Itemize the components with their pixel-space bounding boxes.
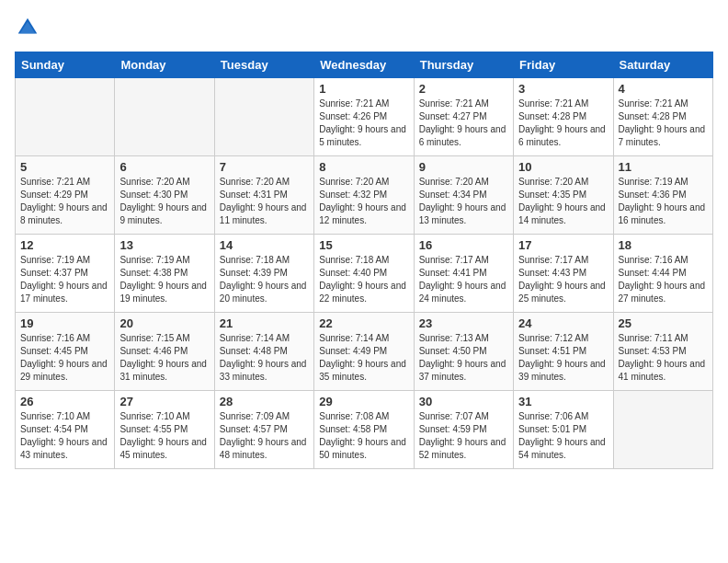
day-number: 12: [20, 238, 109, 252]
day-info: Sunrise: 7:21 AMSunset: 4:28 PMDaylight:…: [619, 98, 708, 149]
day-cell: 8Sunrise: 7:20 AMSunset: 4:32 PMDaylight…: [314, 156, 414, 235]
day-cell: 2Sunrise: 7:21 AMSunset: 4:27 PMDaylight…: [414, 78, 513, 156]
day-cell: 21Sunrise: 7:14 AMSunset: 4:48 PMDayligh…: [214, 313, 313, 391]
day-info: Sunrise: 7:18 AMSunset: 4:39 PMDaylight:…: [220, 254, 309, 305]
page-header: [15, 15, 713, 40]
col-header-thursday: Thursday: [414, 52, 513, 78]
day-cell: 29Sunrise: 7:08 AMSunset: 4:58 PMDayligh…: [314, 391, 414, 469]
day-cell: 27Sunrise: 7:10 AMSunset: 4:55 PMDayligh…: [115, 391, 214, 469]
day-cell: 16Sunrise: 7:17 AMSunset: 4:41 PMDayligh…: [414, 235, 513, 313]
day-number: 17: [518, 238, 608, 252]
day-number: 6: [119, 160, 209, 174]
day-cell: 1Sunrise: 7:21 AMSunset: 4:26 PMDaylight…: [314, 78, 414, 156]
day-cell: 30Sunrise: 7:07 AMSunset: 4:59 PMDayligh…: [414, 391, 513, 469]
day-number: 5: [20, 160, 109, 174]
day-cell: 13Sunrise: 7:19 AMSunset: 4:38 PMDayligh…: [115, 235, 214, 313]
day-info: Sunrise: 7:20 AMSunset: 4:35 PMDaylight:…: [518, 176, 608, 227]
day-info: Sunrise: 7:17 AMSunset: 4:43 PMDaylight:…: [518, 254, 608, 305]
col-header-sunday: Sunday: [16, 52, 115, 78]
day-cell: 15Sunrise: 7:18 AMSunset: 4:40 PMDayligh…: [314, 235, 414, 313]
day-number: 24: [518, 316, 608, 330]
day-cell: 5Sunrise: 7:21 AMSunset: 4:29 PMDaylight…: [16, 156, 115, 235]
day-cell: 26Sunrise: 7:10 AMSunset: 4:54 PMDayligh…: [16, 391, 115, 469]
day-info: Sunrise: 7:10 AMSunset: 4:54 PMDaylight:…: [20, 410, 109, 462]
day-cell: 24Sunrise: 7:12 AMSunset: 4:51 PMDayligh…: [514, 313, 613, 391]
day-info: Sunrise: 7:19 AMSunset: 4:38 PMDaylight:…: [119, 254, 209, 305]
day-cell: 10Sunrise: 7:20 AMSunset: 4:35 PMDayligh…: [514, 156, 613, 235]
col-header-saturday: Saturday: [613, 52, 712, 78]
day-cell: [115, 78, 214, 156]
day-info: Sunrise: 7:13 AMSunset: 4:50 PMDaylight:…: [419, 332, 508, 384]
day-number: 23: [419, 316, 508, 330]
day-cell: 9Sunrise: 7:20 AMSunset: 4:34 PMDaylight…: [414, 156, 513, 235]
day-number: 9: [419, 160, 508, 174]
day-info: Sunrise: 7:21 AMSunset: 4:28 PMDaylight:…: [518, 98, 608, 149]
day-number: 3: [518, 82, 608, 96]
day-info: Sunrise: 7:14 AMSunset: 4:49 PMDaylight:…: [319, 332, 408, 384]
day-info: Sunrise: 7:14 AMSunset: 4:48 PMDaylight:…: [220, 332, 309, 384]
day-number: 30: [419, 395, 508, 408]
day-info: Sunrise: 7:20 AMSunset: 4:32 PMDaylight:…: [319, 176, 408, 227]
day-info: Sunrise: 7:21 AMSunset: 4:29 PMDaylight:…: [20, 176, 109, 227]
day-cell: 28Sunrise: 7:09 AMSunset: 4:57 PMDayligh…: [214, 391, 313, 469]
day-number: 26: [20, 395, 109, 408]
day-cell: 23Sunrise: 7:13 AMSunset: 4:50 PMDayligh…: [414, 313, 513, 391]
day-cell: 12Sunrise: 7:19 AMSunset: 4:37 PMDayligh…: [16, 235, 115, 313]
day-info: Sunrise: 7:15 AMSunset: 4:46 PMDaylight:…: [119, 332, 209, 384]
day-number: 4: [619, 82, 708, 96]
day-cell: 20Sunrise: 7:15 AMSunset: 4:46 PMDayligh…: [115, 313, 214, 391]
day-info: Sunrise: 7:09 AMSunset: 4:57 PMDaylight:…: [220, 410, 309, 462]
day-info: Sunrise: 7:16 AMSunset: 4:45 PMDaylight:…: [20, 332, 109, 384]
day-cell: 19Sunrise: 7:16 AMSunset: 4:45 PMDayligh…: [16, 313, 115, 391]
day-cell: 18Sunrise: 7:16 AMSunset: 4:44 PMDayligh…: [613, 235, 712, 313]
day-cell: 4Sunrise: 7:21 AMSunset: 4:28 PMDaylight…: [613, 78, 712, 156]
logo: [15, 15, 44, 40]
day-cell: 11Sunrise: 7:19 AMSunset: 4:36 PMDayligh…: [613, 156, 712, 235]
day-number: 7: [220, 160, 309, 174]
day-number: 25: [619, 316, 708, 330]
day-info: Sunrise: 7:21 AMSunset: 4:27 PMDaylight:…: [419, 98, 508, 149]
day-number: 18: [619, 238, 708, 252]
day-info: Sunrise: 7:10 AMSunset: 4:55 PMDaylight:…: [119, 410, 209, 462]
calendar-header-row: SundayMondayTuesdayWednesdayThursdayFrid…: [16, 52, 713, 78]
day-info: Sunrise: 7:18 AMSunset: 4:40 PMDaylight:…: [319, 254, 408, 305]
day-cell: [613, 391, 712, 469]
day-number: 16: [419, 238, 508, 252]
day-number: 21: [220, 316, 309, 330]
day-number: 20: [119, 316, 209, 330]
day-info: Sunrise: 7:20 AMSunset: 4:30 PMDaylight:…: [119, 176, 209, 227]
day-cell: 14Sunrise: 7:18 AMSunset: 4:39 PMDayligh…: [214, 235, 313, 313]
day-number: 14: [220, 238, 309, 252]
day-cell: [214, 78, 313, 156]
week-row-5: 26Sunrise: 7:10 AMSunset: 4:54 PMDayligh…: [16, 391, 713, 469]
col-header-monday: Monday: [115, 52, 214, 78]
day-info: Sunrise: 7:19 AMSunset: 4:37 PMDaylight:…: [20, 254, 109, 305]
day-info: Sunrise: 7:07 AMSunset: 4:59 PMDaylight:…: [419, 410, 508, 462]
day-number: 28: [220, 395, 309, 408]
day-cell: 6Sunrise: 7:20 AMSunset: 4:30 PMDaylight…: [115, 156, 214, 235]
week-row-1: 1Sunrise: 7:21 AMSunset: 4:26 PMDaylight…: [16, 78, 713, 156]
week-row-3: 12Sunrise: 7:19 AMSunset: 4:37 PMDayligh…: [16, 235, 713, 313]
day-info: Sunrise: 7:19 AMSunset: 4:36 PMDaylight:…: [619, 176, 708, 227]
day-number: 29: [319, 395, 408, 408]
day-info: Sunrise: 7:16 AMSunset: 4:44 PMDaylight:…: [619, 254, 708, 305]
day-info: Sunrise: 7:12 AMSunset: 4:51 PMDaylight:…: [518, 332, 608, 384]
day-number: 11: [619, 160, 708, 174]
day-number: 10: [518, 160, 608, 174]
day-cell: [16, 78, 115, 156]
day-info: Sunrise: 7:08 AMSunset: 4:58 PMDaylight:…: [319, 410, 408, 462]
day-info: Sunrise: 7:11 AMSunset: 4:53 PMDaylight:…: [619, 332, 708, 384]
day-cell: 17Sunrise: 7:17 AMSunset: 4:43 PMDayligh…: [514, 235, 613, 313]
logo-icon: [15, 15, 40, 40]
day-number: 27: [119, 395, 209, 408]
col-header-tuesday: Tuesday: [214, 52, 313, 78]
day-number: 31: [518, 395, 608, 408]
day-info: Sunrise: 7:21 AMSunset: 4:26 PMDaylight:…: [319, 98, 408, 149]
day-cell: 31Sunrise: 7:06 AMSunset: 5:01 PMDayligh…: [514, 391, 613, 469]
day-cell: 3Sunrise: 7:21 AMSunset: 4:28 PMDaylight…: [514, 78, 613, 156]
day-info: Sunrise: 7:06 AMSunset: 5:01 PMDaylight:…: [518, 410, 608, 462]
calendar-table: SundayMondayTuesdayWednesdayThursdayFrid…: [15, 52, 713, 469]
day-cell: 7Sunrise: 7:20 AMSunset: 4:31 PMDaylight…: [214, 156, 313, 235]
day-number: 8: [319, 160, 408, 174]
day-cell: 22Sunrise: 7:14 AMSunset: 4:49 PMDayligh…: [314, 313, 414, 391]
